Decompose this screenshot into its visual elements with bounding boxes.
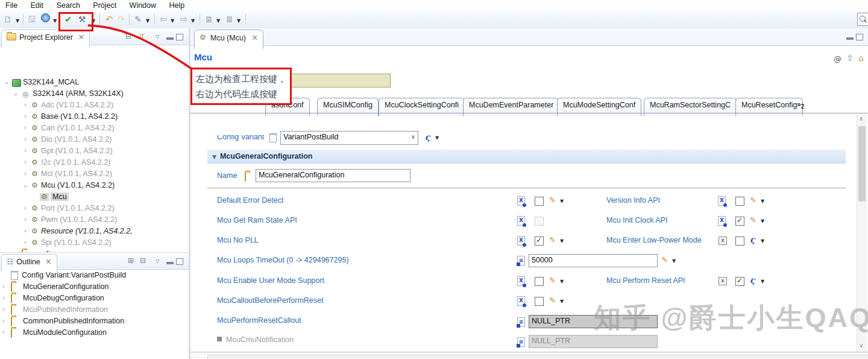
project-explorer-tab[interactable]: Project Explorer ✕	[1, 30, 90, 48]
forward-icon[interactable]: ⇨	[178, 13, 189, 25]
mcu-no-pll-checkbox[interactable]	[535, 237, 544, 246]
chevron-down-icon[interactable]: ∨	[411, 133, 415, 140]
maximize-view-icon[interactable]	[176, 34, 183, 40]
mcu-perform-reset-api-checkbox[interactable]	[735, 277, 744, 286]
redo-icon[interactable]: ↷	[116, 13, 127, 25]
auto-calc-icon[interactable]: ς	[425, 132, 430, 142]
search-icon	[860, 16, 866, 22]
menu-search[interactable]: Search	[51, 0, 86, 10]
last-edit-location-icon[interactable]: 🗎	[204, 13, 215, 25]
forward-dropdown[interactable]: ▼	[190, 13, 196, 25]
scroll-down-icon[interactable]: ∨	[859, 342, 863, 349]
view-menu-icon[interactable]: ▽	[156, 34, 159, 39]
outline-item[interactable]: › McuDebugConfiguration	[0, 293, 1, 304]
mcuperformresetcallout-input[interactable]: NULL_PTR	[529, 315, 658, 328]
mcu-enter-low-power-mode-checkbox[interactable]	[735, 237, 744, 246]
variant-value-icon: X	[718, 196, 726, 206]
default-error-detect-checkbox[interactable]	[535, 197, 544, 206]
view-close-icon[interactable]: ✕	[78, 33, 84, 42]
section-mcu-general-configuration[interactable]: ▼McuGeneralConfiguration	[207, 150, 846, 164]
back-dropdown[interactable]: ▼	[169, 13, 175, 25]
collapse-all-icon[interactable]: ⊟	[140, 256, 146, 265]
next-annotation-dropdown[interactable]: ▼	[236, 13, 242, 25]
edit-pencil-icon[interactable]: ✎	[750, 195, 756, 205]
menu-window[interactable]: Window	[124, 0, 162, 10]
editor-tab-mcu[interactable]: ⚙ Mcu (Mcu) ✕	[194, 30, 263, 49]
pencil-dropdown[interactable]: ▼	[560, 238, 564, 244]
menu-help[interactable]: Help	[163, 0, 190, 10]
section-collapse-icon[interactable]: ▼	[212, 150, 216, 164]
version-info-api-checkbox[interactable]	[735, 197, 744, 206]
minimize-editor-icon[interactable]	[846, 37, 854, 40]
mcu-module-icon: ⚙	[200, 34, 206, 42]
variant-value-icon: X	[517, 216, 525, 226]
config-variant-select[interactable]: VariantPostBuild ∨	[280, 131, 418, 145]
pencil-dropdown[interactable]: ▼	[672, 258, 676, 264]
minimize-view-icon[interactable]	[166, 37, 174, 40]
undo-icon[interactable]: ↶	[104, 13, 115, 25]
auto-calc-icon[interactable]: ς	[750, 275, 755, 285]
minimize-view-icon[interactable]	[166, 262, 174, 264]
new-dropdown[interactable]: ▼	[14, 13, 20, 25]
globe-dropdown[interactable]: ▼	[52, 13, 58, 25]
main-toolbar: 🗋 ▼ 🖫 ▼ ✔ ⚒ ▼ ↶ ↷ ✎ ▼ ⇦ ▼ ⇨ ▼ 🗎 ▼ 🗏 ▼	[0, 11, 868, 29]
globe-icon[interactable]	[40, 13, 51, 25]
edit-pencil-icon[interactable]: ✎	[750, 215, 756, 224]
tab-close-icon[interactable]: ✕	[252, 34, 258, 42]
home-icon[interactable]: ⌂	[858, 53, 864, 63]
name-input[interactable]: McuGeneralConfiguration	[256, 169, 410, 182]
outline-item[interactable]: › McuPublishedInformation	[0, 305, 1, 316]
back-icon[interactable]: ⇦	[158, 13, 169, 25]
menu-file[interactable]: File	[0, 0, 23, 10]
quick-search-box[interactable]	[857, 13, 868, 26]
outline-title: Outline	[16, 258, 40, 266]
save-icon[interactable]: 🖫	[27, 13, 37, 25]
mark-dropdown[interactable]: ▼	[145, 13, 151, 25]
pencil-dropdown[interactable]: ▼	[761, 218, 764, 224]
pencil-dropdown[interactable]: ▼	[560, 199, 564, 204]
auto-calc-dropdown[interactable]: ▼	[435, 135, 439, 141]
annotation-line1: 左边为检查工程按键，	[196, 71, 286, 86]
maximize-view-icon[interactable]	[176, 258, 183, 265]
pencil-dropdown[interactable]: ▼	[761, 199, 764, 204]
link-with-editor-icon[interactable]: ⮃	[139, 32, 145, 40]
mcu-init-clock-api-checkbox[interactable]	[735, 217, 744, 226]
view-close-icon[interactable]: ✕	[45, 258, 51, 266]
name-label: Name	[217, 171, 237, 180]
auto-calc-dropdown[interactable]: ▼	[761, 238, 764, 244]
scrollbar-thumb[interactable]	[858, 126, 866, 202]
auto-calc-dropdown[interactable]: ▼	[761, 279, 764, 284]
menu-edit[interactable]: Edit	[25, 0, 49, 10]
outline-item[interactable]: › McuGeneralConfiguration	[0, 282, 1, 293]
maximize-editor-icon[interactable]	[856, 34, 863, 40]
auto-calc-icon[interactable]: ς	[750, 235, 755, 244]
variant-value-icon: X	[517, 296, 525, 306]
outline-item[interactable]: › CommonPublishedInformation	[0, 316, 1, 327]
collapse-all-icon[interactable]: ⊟	[125, 32, 131, 40]
edit-pencil-icon[interactable]: ✎	[549, 296, 556, 305]
expand-all-icon[interactable]: ⊞	[128, 256, 134, 265]
mark-occurrences-icon[interactable]: ✎	[133, 13, 143, 25]
menu-project[interactable]: Project	[87, 0, 122, 10]
view-menu-icon[interactable]: ▽	[156, 258, 159, 264]
last-edit-dropdown[interactable]: ▼	[215, 13, 221, 25]
vertical-scrollbar[interactable]: ∧ ∨	[857, 114, 867, 352]
new-wizard-icon[interactable]: 🗋	[2, 13, 13, 25]
edit-pencil-icon[interactable]: ✎	[549, 276, 556, 285]
up-arrow-icon[interactable]: ⇧	[846, 53, 854, 63]
next-annotation-icon[interactable]: 🗏	[224, 13, 235, 25]
pencil-dropdown[interactable]: ▼	[560, 279, 564, 284]
outline-tab[interactable]: ☷Outline ✕	[1, 254, 57, 272]
mcu-loops-timeout-input[interactable]: 50000	[529, 254, 658, 267]
edit-pencil-icon[interactable]: ✎	[549, 195, 556, 205]
edit-pencil-icon[interactable]: ✎	[549, 235, 556, 244]
menu-bar: File Edit Search Project Window Help	[0, 0, 868, 11]
edit-pencil-icon[interactable]: ✎	[661, 255, 668, 264]
mcucalloutbeforeperformreset-checkbox[interactable]	[535, 297, 544, 306]
outline-item[interactable]: › McuModuleConfiguration	[0, 328, 1, 338]
pencil-dropdown[interactable]: ▼	[560, 299, 564, 304]
at-sign-icon[interactable]: @	[834, 54, 841, 63]
mcu-enable-user-mode-support-checkbox[interactable]	[535, 277, 544, 286]
tab-overflow-chevron[interactable]: »2	[797, 100, 804, 110]
scroll-up-icon[interactable]: ∧	[859, 115, 863, 122]
